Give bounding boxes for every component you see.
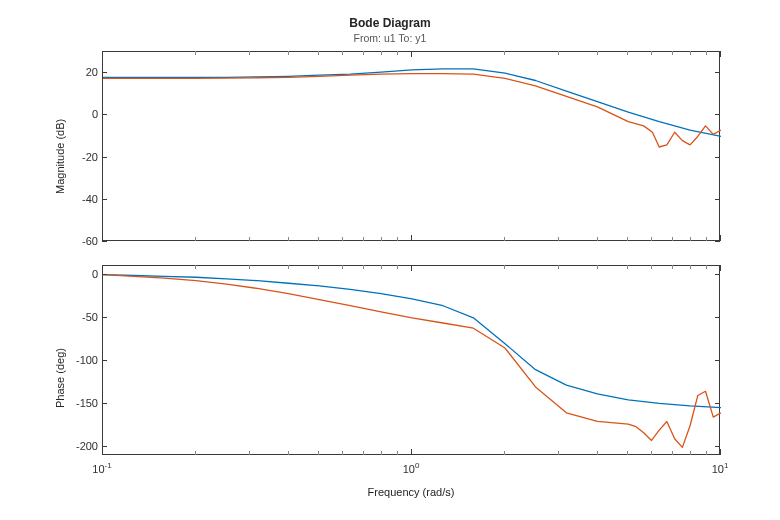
minor-xtick-mark [690, 451, 691, 455]
major-xtick-mark [411, 265, 412, 271]
minor-xtick-mark [504, 265, 505, 269]
ytick-mark [715, 403, 720, 404]
minor-xtick-mark [318, 51, 319, 55]
ytick-mark [102, 360, 107, 361]
phase-series-orange [103, 275, 721, 448]
minor-xtick-mark [318, 237, 319, 241]
minor-xtick-mark [397, 237, 398, 241]
minor-xtick-mark [690, 237, 691, 241]
minor-xtick-mark [597, 451, 598, 455]
major-xtick-mark [411, 449, 412, 455]
minor-xtick-mark [195, 265, 196, 269]
minor-xtick-mark [381, 51, 382, 55]
minor-xtick-mark [342, 451, 343, 455]
ytick-mark [102, 446, 107, 447]
phase-series-blue [103, 275, 721, 408]
minor-xtick-mark [397, 265, 398, 269]
magnitude-plot [103, 52, 721, 242]
bode-figure: Bode Diagram From: u1 To: y1 Magnitude (… [0, 0, 780, 520]
ytick-label: -50 [62, 311, 98, 323]
minor-xtick-mark [318, 265, 319, 269]
ytick-mark [102, 157, 107, 158]
minor-xtick-mark [627, 51, 628, 55]
major-xtick-mark [720, 265, 721, 271]
ytick-mark [715, 274, 720, 275]
minor-xtick-mark [249, 237, 250, 241]
ytick-mark [102, 274, 107, 275]
minor-xtick-mark [597, 237, 598, 241]
ytick-label: 20 [62, 66, 98, 78]
minor-xtick-mark [318, 451, 319, 455]
major-xtick-mark [720, 51, 721, 57]
minor-xtick-mark [288, 451, 289, 455]
xtick-label: 10-1 [87, 461, 117, 475]
major-xtick-mark [411, 235, 412, 241]
mag-series-orange [103, 74, 721, 147]
minor-xtick-mark [558, 237, 559, 241]
ytick-label: -150 [62, 397, 98, 409]
xtick-label: 100 [396, 461, 426, 475]
minor-xtick-mark [672, 265, 673, 269]
major-xtick-mark [102, 265, 103, 271]
minor-xtick-mark [363, 51, 364, 55]
minor-xtick-mark [342, 237, 343, 241]
minor-xtick-mark [363, 265, 364, 269]
ytick-label: -20 [62, 151, 98, 163]
minor-xtick-mark [651, 237, 652, 241]
ytick-mark [102, 72, 107, 73]
minor-xtick-mark [195, 451, 196, 455]
major-xtick-mark [720, 449, 721, 455]
minor-xtick-mark [249, 51, 250, 55]
minor-xtick-mark [288, 51, 289, 55]
ytick-mark [715, 199, 720, 200]
ytick-mark [715, 241, 720, 242]
major-xtick-mark [411, 51, 412, 57]
minor-xtick-mark [706, 265, 707, 269]
major-xtick-mark [102, 51, 103, 57]
minor-xtick-mark [249, 265, 250, 269]
minor-xtick-mark [597, 265, 598, 269]
minor-xtick-mark [288, 237, 289, 241]
major-xtick-mark [102, 449, 103, 455]
minor-xtick-mark [672, 51, 673, 55]
minor-xtick-mark [558, 451, 559, 455]
ytick-label: 0 [62, 108, 98, 120]
minor-xtick-mark [706, 51, 707, 55]
major-xtick-mark [720, 235, 721, 241]
minor-xtick-mark [690, 51, 691, 55]
ytick-label: -60 [62, 235, 98, 247]
minor-xtick-mark [627, 237, 628, 241]
minor-xtick-mark [627, 451, 628, 455]
minor-xtick-mark [558, 265, 559, 269]
chart-title: Bode Diagram [0, 16, 780, 30]
minor-xtick-mark [672, 237, 673, 241]
minor-xtick-mark [381, 237, 382, 241]
minor-xtick-mark [363, 451, 364, 455]
minor-xtick-mark [597, 51, 598, 55]
ytick-label: -40 [62, 193, 98, 205]
minor-xtick-mark [651, 265, 652, 269]
ytick-mark [715, 446, 720, 447]
minor-xtick-mark [672, 451, 673, 455]
major-xtick-mark [102, 235, 103, 241]
ytick-mark [102, 403, 107, 404]
ytick-mark [715, 114, 720, 115]
ytick-mark [102, 199, 107, 200]
minor-xtick-mark [363, 237, 364, 241]
ytick-mark [715, 72, 720, 73]
phase-plot [103, 266, 721, 456]
xtick-label: 101 [705, 461, 735, 475]
x-axis-label: Frequency (rad/s) [102, 486, 720, 498]
minor-xtick-mark [690, 265, 691, 269]
minor-xtick-mark [651, 51, 652, 55]
ytick-mark [102, 114, 107, 115]
ytick-mark [715, 360, 720, 361]
minor-xtick-mark [381, 265, 382, 269]
minor-xtick-mark [651, 451, 652, 455]
minor-xtick-mark [504, 451, 505, 455]
minor-xtick-mark [288, 265, 289, 269]
chart-subtitle: From: u1 To: y1 [0, 32, 780, 44]
ytick-mark [715, 317, 720, 318]
minor-xtick-mark [342, 265, 343, 269]
ytick-mark [715, 157, 720, 158]
